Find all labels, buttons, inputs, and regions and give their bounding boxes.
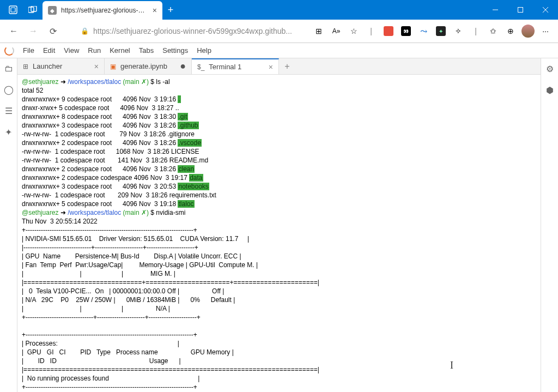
toc-icon[interactable]: ☰ (5, 106, 13, 116)
svg-rect-1 (11, 8, 15, 12)
jupyter-content: ⊞ Launcher × ▣ generate.ipynb ● $_ Termi… (17, 58, 541, 392)
page-content: File Edit View Run Kernel Tabs Settings … (0, 43, 558, 392)
tab-close-button[interactable]: × (153, 6, 157, 15)
tab-title: https://sethjuarez-glorious-winn (61, 7, 148, 14)
favorites-list-icon[interactable]: ✩ (485, 23, 501, 39)
jupyter-menu: File Edit View Run Kernel Tabs Settings … (0, 43, 558, 58)
address-field[interactable]: 🔒 https://sethjuarez-glorious-winner-6v5… (63, 23, 310, 39)
text-cursor-icon: I (450, 360, 453, 371)
tab-launcher[interactable]: ⊞ Launcher × (17, 58, 105, 74)
extension-manager-icon[interactable]: ✦ (5, 127, 12, 137)
launcher-icon: ⊞ (23, 63, 28, 70)
toolbar-actions: ⊞ A» ☆ | 👀 ⤳ ✦ ✧ | ✩ ⊕ ··· (311, 23, 554, 39)
jupyter-main: 🗀 ◯ ☰ ✦ ⊞ Launcher × ▣ generate.ipynb ● … (0, 58, 558, 392)
extension-red-icon[interactable] (380, 23, 397, 39)
forward-button: → (24, 22, 43, 40)
tab-label: Launcher (33, 62, 62, 70)
terminal-output[interactable]: @sethjuarez ➜ /workspaces/tlaloc (main ✗… (17, 75, 541, 392)
collections-icon[interactable]: ⊕ (502, 23, 519, 39)
titlebar-left: ◆ https://sethjuarez-glorious-winn × + (0, 0, 179, 20)
menu-tabs[interactable]: Tabs (139, 46, 154, 55)
dirty-indicator-icon: ● (180, 61, 186, 72)
tab-label: generate.ipynb (120, 62, 167, 70)
tabs-overview-icon[interactable] (23, 0, 43, 20)
tab-close-icon[interactable]: × (94, 62, 99, 71)
tab-notebook[interactable]: ▣ generate.ipynb ● (105, 58, 192, 74)
toolbar-sep: | (363, 23, 379, 39)
browser-titlebar: ◆ https://sethjuarez-glorious-winn × + (0, 0, 558, 20)
menu-file[interactable]: File (23, 46, 34, 55)
more-button[interactable]: ··· (537, 23, 554, 39)
notebook-icon: ▣ (110, 63, 116, 70)
extensions-button[interactable]: ✧ (450, 23, 466, 39)
workspace-icon[interactable] (3, 0, 23, 20)
window-controls (483, 0, 558, 20)
browser-toolbar: ← → ⟳ 🔒 https://sethjuarez-glorious-winn… (0, 20, 558, 43)
new-tab-button[interactable]: + (162, 4, 179, 16)
jupyter-logo-icon (4, 46, 14, 56)
window-close-button[interactable] (533, 0, 558, 20)
minimize-button[interactable] (483, 0, 508, 20)
menu-view[interactable]: View (64, 46, 79, 55)
refresh-button[interactable]: ⟳ (44, 22, 62, 40)
lock-icon: 🔒 (81, 27, 89, 35)
favorite-icon[interactable]: ☆ (345, 23, 362, 39)
maximize-button[interactable] (508, 0, 533, 20)
tab-terminal[interactable]: $_ Terminal 1 × (192, 58, 279, 74)
profile-avatar[interactable] (520, 23, 536, 39)
github-favicon-icon: ◆ (48, 6, 57, 15)
back-button[interactable]: ← (4, 22, 23, 40)
menu-help[interactable]: Help (197, 46, 211, 55)
menu-settings[interactable]: Settings (162, 46, 188, 55)
address-url: https://sethjuarez-glorious-winner-6v599… (93, 27, 292, 35)
terminal-icon: $_ (197, 63, 204, 71)
running-icon[interactable]: ◯ (4, 85, 14, 95)
svg-rect-0 (9, 6, 17, 14)
browser-tab[interactable]: ◆ https://sethjuarez-glorious-winn × (43, 1, 162, 20)
menu-kernel[interactable]: Kernel (110, 46, 130, 55)
menu-edit[interactable]: Edit (43, 46, 55, 55)
extension-dark-icon[interactable]: ✦ (433, 23, 449, 39)
extension-flow-icon[interactable]: ⤳ (415, 23, 432, 39)
property-inspector-icon[interactable]: ⚙ (546, 64, 554, 74)
svg-rect-5 (518, 8, 523, 13)
jupyter-left-sidebar: 🗀 ◯ ☰ ✦ (0, 58, 17, 392)
toolbar-sep2: | (468, 23, 484, 39)
menu-run[interactable]: Run (88, 46, 101, 55)
tab-label: Terminal 1 (209, 63, 241, 71)
tab-close-icon[interactable]: × (269, 63, 273, 71)
jupyter-right-sidebar: ⚙ ⬢ (541, 58, 558, 392)
app-install-icon[interactable]: ⊞ (311, 23, 327, 39)
file-browser-icon[interactable]: 🗀 (4, 64, 13, 74)
reading-mode-icon[interactable]: A» (328, 23, 344, 39)
new-tab-button[interactable]: + (279, 58, 295, 74)
debugger-icon[interactable]: ⬢ (546, 85, 554, 95)
jupyter-tabs: ⊞ Launcher × ▣ generate.ipynb ● $_ Termi… (17, 58, 541, 75)
extension-eyes-icon[interactable]: 👀 (398, 23, 414, 39)
